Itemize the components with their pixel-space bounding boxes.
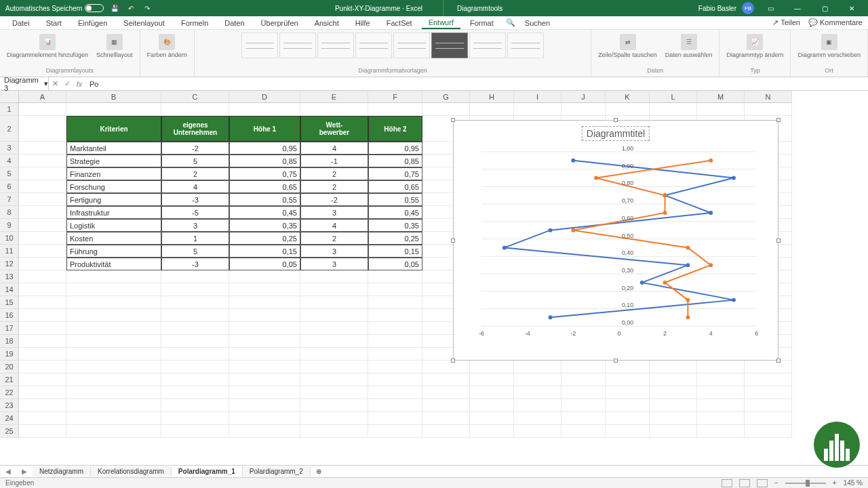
cell[interactable]: -2 bbox=[300, 193, 368, 206]
cell[interactable]: 0,35 bbox=[368, 219, 422, 232]
cell[interactable]: Führung bbox=[66, 245, 161, 258]
cell[interactable] bbox=[19, 258, 66, 270]
cell[interactable] bbox=[514, 412, 561, 425]
chart-styles-gallery[interactable] bbox=[241, 33, 544, 58]
change-colors-button[interactable]: 🎨 Farben ändern bbox=[144, 33, 190, 60]
cell[interactable] bbox=[19, 386, 66, 399]
cell[interactable] bbox=[650, 386, 697, 399]
cell[interactable]: 3 bbox=[161, 219, 229, 232]
cell[interactable]: 0,55 bbox=[229, 193, 300, 206]
cell[interactable]: 3 bbox=[300, 245, 368, 258]
cell[interactable] bbox=[300, 412, 368, 425]
row-header[interactable]: 7 bbox=[0, 193, 19, 206]
cell[interactable]: 0,75 bbox=[368, 167, 422, 180]
cell[interactable] bbox=[422, 373, 470, 386]
cell[interactable] bbox=[229, 103, 300, 116]
cell[interactable] bbox=[368, 270, 422, 283]
row-header[interactable]: 9 bbox=[0, 219, 19, 232]
cell[interactable] bbox=[745, 386, 792, 399]
cell[interactable] bbox=[368, 412, 422, 425]
cell[interactable] bbox=[19, 219, 66, 232]
cell[interactable] bbox=[229, 309, 300, 322]
cell[interactable] bbox=[66, 412, 161, 425]
cancel-icon[interactable]: ✕ bbox=[49, 79, 61, 88]
column-header[interactable]: D bbox=[229, 91, 300, 103]
row-header[interactable]: 15 bbox=[0, 296, 19, 309]
row-header[interactable]: 4 bbox=[0, 155, 19, 167]
cell[interactable] bbox=[422, 399, 470, 412]
minimize-icon[interactable]: — bbox=[787, 0, 808, 16]
cell[interactable] bbox=[161, 373, 229, 386]
row-header[interactable]: 3 bbox=[0, 142, 19, 155]
cell[interactable]: 0,25 bbox=[229, 232, 300, 245]
cell[interactable] bbox=[229, 412, 300, 425]
resize-handle[interactable] bbox=[451, 239, 455, 243]
resize-handle[interactable] bbox=[776, 239, 781, 243]
cell[interactable]: 0,25 bbox=[368, 232, 422, 245]
cell[interactable] bbox=[66, 361, 161, 373]
plot-area[interactable]: 0,000,100,200,300,400,500,600,700,800,90… bbox=[467, 145, 764, 340]
search-icon[interactable]: 🔍 bbox=[506, 18, 515, 27]
user-name[interactable]: Fabio Basler bbox=[698, 5, 736, 12]
row-header[interactable]: 11 bbox=[0, 245, 19, 258]
column-header[interactable]: J bbox=[561, 91, 606, 103]
cell[interactable] bbox=[229, 270, 300, 283]
cell[interactable] bbox=[300, 103, 368, 116]
cell[interactable]: 0,75 bbox=[229, 167, 300, 180]
cell[interactable]: 0,65 bbox=[368, 180, 422, 193]
cell[interactable] bbox=[66, 296, 161, 309]
cell[interactable] bbox=[470, 361, 514, 373]
chart-style-thumb[interactable] bbox=[355, 33, 392, 58]
cell[interactable]: 3 bbox=[300, 258, 368, 270]
cell[interactable] bbox=[368, 373, 422, 386]
cell[interactable] bbox=[66, 270, 161, 283]
cell[interactable]: 3 bbox=[300, 206, 368, 219]
cell[interactable] bbox=[161, 386, 229, 399]
sheet-tab[interactable]: Polardiagramm_2 bbox=[243, 466, 311, 476]
zoom-out-button[interactable]: − bbox=[774, 479, 778, 487]
cell[interactable]: 4 bbox=[300, 219, 368, 232]
row-header[interactable]: 19 bbox=[0, 348, 19, 361]
cell[interactable] bbox=[229, 361, 300, 373]
cell[interactable] bbox=[161, 309, 229, 322]
cell[interactable]: 0,65 bbox=[229, 180, 300, 193]
tab-start[interactable]: Start bbox=[39, 18, 68, 28]
cell[interactable] bbox=[606, 399, 650, 412]
zoom-slider[interactable] bbox=[785, 483, 826, 484]
cell[interactable]: 5 bbox=[161, 245, 229, 258]
cell[interactable] bbox=[66, 386, 161, 399]
cell[interactable] bbox=[161, 335, 229, 348]
cell[interactable] bbox=[19, 399, 66, 412]
cell[interactable]: 4 bbox=[300, 142, 368, 155]
cell[interactable] bbox=[606, 425, 650, 438]
cell[interactable] bbox=[697, 103, 745, 116]
row-header[interactable]: 14 bbox=[0, 283, 19, 296]
row-header[interactable]: 21 bbox=[0, 373, 19, 386]
cell[interactable] bbox=[300, 386, 368, 399]
cell[interactable] bbox=[650, 425, 697, 438]
cell[interactable] bbox=[19, 322, 66, 335]
tab-entwurf[interactable]: Entwurf bbox=[422, 17, 460, 29]
cell[interactable] bbox=[422, 412, 470, 425]
cell[interactable] bbox=[229, 322, 300, 335]
cell[interactable] bbox=[606, 103, 650, 116]
zoom-level[interactable]: 145 % bbox=[844, 479, 863, 487]
cell[interactable]: 0,45 bbox=[229, 206, 300, 219]
comments-button[interactable]: 💬 Kommentare bbox=[808, 18, 863, 27]
cell[interactable] bbox=[745, 425, 792, 438]
cell[interactable] bbox=[650, 399, 697, 412]
cell[interactable] bbox=[300, 309, 368, 322]
row-header[interactable]: 5 bbox=[0, 167, 19, 180]
cell[interactable] bbox=[229, 296, 300, 309]
cell[interactable]: -3 bbox=[161, 258, 229, 270]
cell[interactable] bbox=[19, 206, 66, 219]
cell[interactable] bbox=[697, 412, 745, 425]
row-header[interactable]: 23 bbox=[0, 399, 19, 412]
cell[interactable] bbox=[368, 425, 422, 438]
row-header[interactable]: 6 bbox=[0, 180, 19, 193]
cell[interactable] bbox=[514, 373, 561, 386]
cell[interactable] bbox=[19, 361, 66, 373]
cell[interactable] bbox=[422, 103, 470, 116]
row-header[interactable]: 20 bbox=[0, 361, 19, 373]
cell[interactable] bbox=[300, 399, 368, 412]
